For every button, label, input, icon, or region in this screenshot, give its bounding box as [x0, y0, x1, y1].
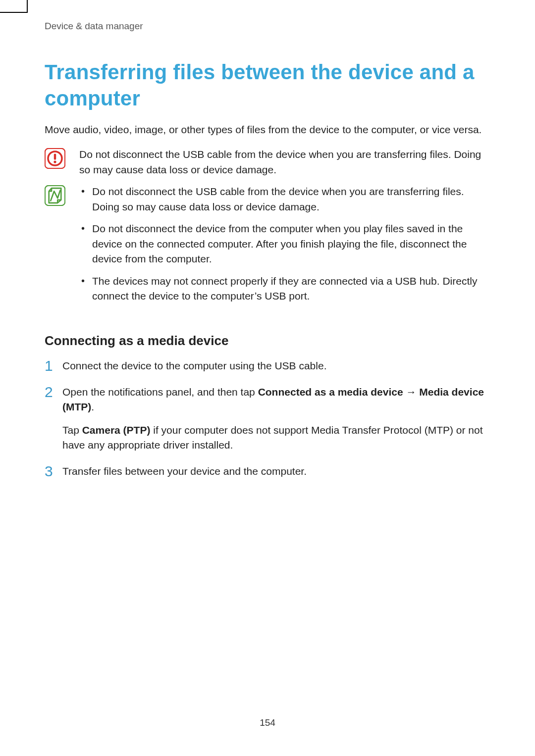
text-fragment: Open the notifications panel, and then t… [62, 386, 258, 398]
note-bullet-list: Do not disconnect the USB cable from the… [79, 184, 490, 303]
arrow-glyph: → [403, 386, 420, 398]
note-body: Do not disconnect the USB cable from the… [79, 184, 490, 310]
step-body: Open the notifications panel, and then t… [62, 385, 490, 453]
svg-rect-2 [54, 154, 56, 160]
running-head: Device & data manager [45, 21, 490, 32]
step-extra-text: Tap Camera (PTP) if your computer does n… [62, 423, 490, 453]
step-text: Connect the device to the computer using… [62, 358, 490, 373]
svg-point-3 [54, 161, 56, 163]
step-body: Connect the device to the computer using… [62, 358, 490, 373]
note-bullet: Do not disconnect the device from the co… [79, 221, 490, 266]
bold-text: Camera (PTP) [82, 424, 151, 436]
step-2: 2 Open the notifications panel, and then… [45, 385, 490, 453]
step-number: 2 [45, 385, 62, 400]
note-bullet: Do not disconnect the USB cable from the… [79, 184, 490, 214]
step-text: Transfer files between your device and t… [62, 464, 490, 479]
step-3: 3 Transfer files between your device and… [45, 464, 490, 479]
bold-text: Connected as a media device [258, 386, 403, 398]
crop-mark-horizontal [0, 12, 28, 13]
text-fragment: Tap [62, 424, 82, 436]
note-icon [45, 185, 69, 208]
crop-mark-vertical [27, 0, 28, 13]
step-body: Transfer files between your device and t… [62, 464, 490, 479]
page-title: Transferring files between the device an… [45, 59, 490, 111]
intro-paragraph: Move audio, video, image, or other types… [45, 122, 490, 137]
step-text: Open the notifications panel, and then t… [62, 385, 490, 415]
caution-callout: Do not disconnect the USB cable from the… [45, 147, 490, 177]
warning-icon [45, 148, 69, 171]
step-number: 1 [45, 358, 62, 373]
page-number: 154 [0, 717, 535, 728]
step-1: 1 Connect the device to the computer usi… [45, 358, 490, 373]
note-bullet: The devices may not connect properly if … [79, 274, 490, 304]
text-fragment: . [91, 401, 94, 412]
step-number: 3 [45, 464, 62, 479]
note-callout: Do not disconnect the USB cable from the… [45, 184, 490, 310]
caution-text: Do not disconnect the USB cable from the… [79, 147, 490, 177]
section-heading: Connecting as a media device [45, 333, 490, 349]
document-page: Device & data manager Transferring files… [0, 0, 535, 756]
